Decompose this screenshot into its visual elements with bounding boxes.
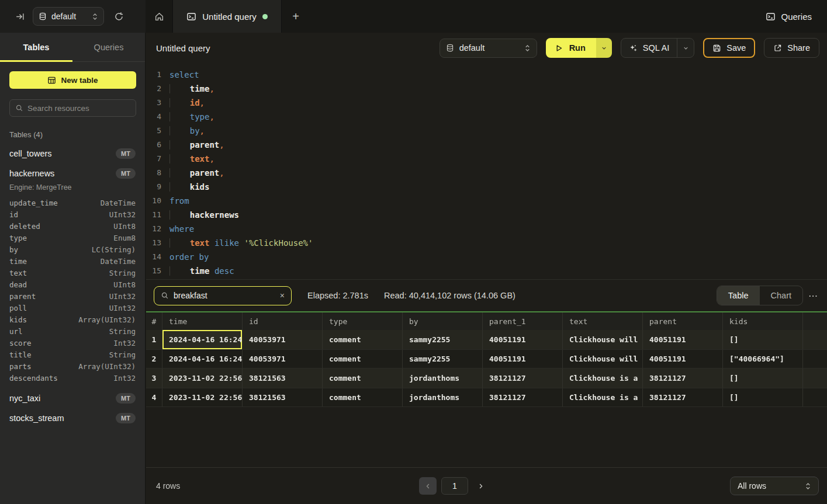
table-cell[interactable]: jordanthoms	[403, 369, 483, 388]
table-column-row[interactable]: timeDateTime	[9, 255, 136, 267]
column-header[interactable]: text	[563, 312, 643, 330]
table-cell[interactable]: 40051191	[643, 350, 723, 368]
editor-line: 9 kids	[146, 180, 827, 194]
table-column-row[interactable]: idUInt32	[9, 208, 136, 220]
table-cell[interactable]: []	[723, 330, 803, 349]
table-cell[interactable]: Clickhouse will …	[563, 350, 643, 368]
table-cell[interactable]: sammy2255	[403, 350, 483, 368]
column-header[interactable]: type	[323, 312, 403, 330]
run-options-button[interactable]	[596, 38, 612, 58]
share-button[interactable]: Share	[764, 38, 819, 58]
table-column-row[interactable]: parentUInt32	[9, 290, 136, 302]
table-column-row[interactable]: deadUInt8	[9, 279, 136, 290]
view-toggle-table-label: Table	[728, 291, 749, 300]
page-number[interactable]: 1	[441, 477, 468, 495]
save-button[interactable]: Save	[703, 38, 755, 58]
queries-link[interactable]: Queries	[766, 0, 812, 33]
query-database-select[interactable]: default	[440, 39, 537, 58]
database-icon	[446, 44, 454, 52]
table-cell[interactable]: Clickhouse will …	[563, 330, 643, 349]
tab-untitled-query[interactable]: Untitled query	[173, 0, 282, 33]
table-cell[interactable]: 40053971	[243, 330, 323, 349]
more-options-button[interactable]: ⋯	[808, 290, 818, 301]
table-column-row[interactable]: descendantsInt32	[9, 372, 136, 384]
column-header[interactable]: time	[162, 312, 243, 330]
topbar-database-select[interactable]: default	[33, 7, 104, 26]
table-list-item[interactable]: cell_towersMT	[9, 148, 136, 159]
table-list-item[interactable]: hackernewsMT	[9, 168, 136, 179]
sidebar-tab-queries[interactable]: Queries	[72, 33, 145, 61]
column-header[interactable]: parent_1	[483, 312, 563, 330]
results-search[interactable]: ×	[154, 286, 292, 305]
table-cell[interactable]: 38121127	[643, 388, 723, 406]
table-cell[interactable]: comment	[323, 350, 403, 368]
table-column-row[interactable]: partsArray(UInt32)	[9, 360, 136, 372]
table-column-row[interactable]: typeEnum8	[9, 232, 136, 244]
table-cell[interactable]: 38121127	[483, 388, 563, 406]
sql-token: select	[169, 70, 199, 79]
table-cell[interactable]: 38121127	[483, 369, 563, 388]
table-cell[interactable]: 2023-11-02 22:56…	[162, 388, 243, 406]
table-column-row[interactable]: urlString	[9, 325, 136, 337]
column-header[interactable]: #	[146, 312, 162, 330]
next-page-button[interactable]	[473, 477, 488, 495]
column-header[interactable]: id	[243, 312, 323, 330]
refresh-button[interactable]	[111, 9, 126, 24]
sidebar-search[interactable]	[9, 99, 136, 117]
sql-token: type	[190, 112, 210, 121]
new-tab-button[interactable]: +	[282, 0, 310, 33]
table-column-row[interactable]: scoreInt32	[9, 337, 136, 349]
table-column-row[interactable]: pollUInt32	[9, 302, 136, 314]
table-cell[interactable]: 40051191	[483, 330, 563, 349]
new-table-button[interactable]: New table	[9, 71, 136, 89]
table-cell[interactable]: 2023-11-02 22:56…	[162, 369, 243, 388]
results-search-input[interactable]	[174, 291, 275, 300]
page-size-select[interactable]: All rows	[730, 477, 819, 495]
table-cell[interactable]: Clickhouse is a …	[563, 369, 643, 388]
table-cell[interactable]: 40051191	[483, 350, 563, 368]
table-cell[interactable]: 40051191	[643, 330, 723, 349]
column-header[interactable]: kids	[723, 312, 803, 330]
table-column-row[interactable]: titleString	[9, 349, 136, 360]
table-cell[interactable]: Clickhouse is a …	[563, 388, 643, 406]
sql-editor[interactable]: 1select2 time,3 id,4 type,5 by,6 parent,…	[146, 63, 827, 279]
table-list-item[interactable]: stocks_streamMT	[9, 413, 136, 423]
sidebar-tab-tables[interactable]: Tables	[0, 33, 72, 61]
table-cell[interactable]: 38121563	[243, 388, 323, 406]
table-column-row[interactable]: update_timeDateTime	[9, 197, 136, 208]
table-cell[interactable]: 38121563	[243, 369, 323, 388]
view-toggle-table[interactable]: Table	[717, 286, 760, 305]
table-cell[interactable]: 40053971	[243, 350, 323, 368]
sidebar-search-input[interactable]	[27, 104, 130, 113]
table-cell[interactable]: 2024-04-16 16:24…	[162, 330, 243, 349]
table-cell[interactable]: ["40066964"]	[723, 350, 803, 368]
table-cell[interactable]: sammy2255	[403, 330, 483, 349]
sql-ai-options-button[interactable]	[677, 39, 694, 57]
sql-ai-button[interactable]: SQL AI	[621, 39, 677, 57]
table-column-row[interactable]: deletedUInt8	[9, 220, 136, 232]
table-column-row[interactable]: textString	[9, 267, 136, 279]
prev-page-button[interactable]	[419, 477, 437, 495]
table-column-row[interactable]: kidsArray(UInt32)	[9, 314, 136, 325]
table-cell[interactable]: 2024-04-16 16:24…	[162, 350, 243, 368]
table-cell[interactable]: 38121127	[643, 369, 723, 388]
column-header[interactable]: parent	[643, 312, 723, 330]
table-cell[interactable]: comment	[323, 388, 403, 406]
table-list-item[interactable]: nyc_taxiMT	[9, 393, 136, 404]
column-header[interactable]: by	[403, 312, 483, 330]
table-cell[interactable]: []	[723, 369, 803, 388]
run-button[interactable]: Run	[546, 38, 596, 58]
query-database-value: default	[459, 43, 519, 53]
topbar: default Untitled query +	[0, 0, 827, 33]
editor-line: 2 time,	[146, 82, 827, 96]
table-cell[interactable]: jordanthoms	[403, 388, 483, 406]
clear-search-button[interactable]: ×	[280, 291, 285, 300]
home-tab[interactable]	[146, 0, 173, 33]
view-toggle-chart[interactable]: Chart	[760, 286, 802, 305]
table-cell[interactable]: comment	[323, 369, 403, 388]
indent-guide	[169, 140, 190, 150]
table-column-row[interactable]: byLC(String)	[9, 244, 136, 255]
collapse-sidebar-button[interactable]	[13, 9, 27, 23]
table-cell[interactable]: []	[723, 388, 803, 406]
table-cell[interactable]: comment	[323, 330, 403, 349]
